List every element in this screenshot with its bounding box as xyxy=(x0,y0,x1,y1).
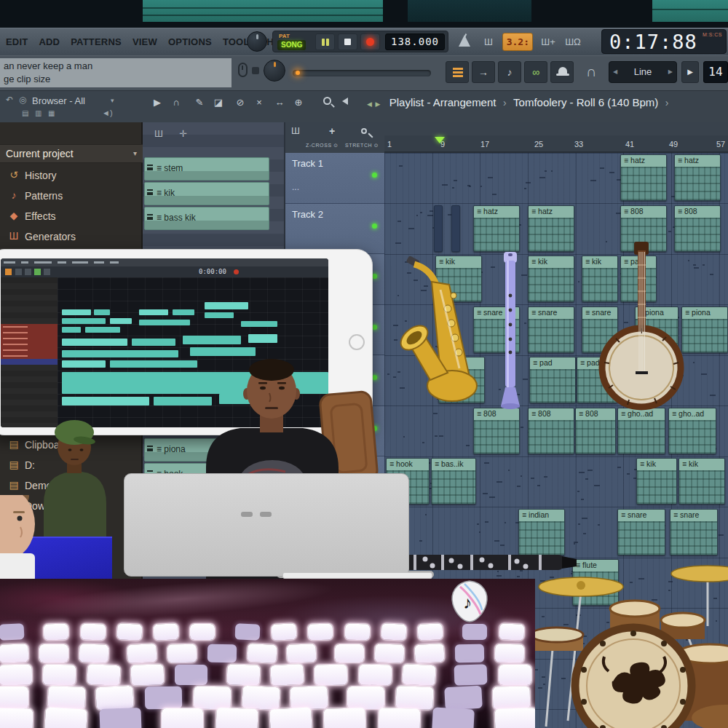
zoom-slider[interactable] xyxy=(293,70,431,76)
stop-button[interactable] xyxy=(338,33,357,50)
note-tool-button[interactable]: ♪ xyxy=(498,61,521,83)
playlist-next-icon[interactable]: ▶ xyxy=(375,100,380,108)
browser-list-icon[interactable]: ▦ xyxy=(48,109,55,117)
menu-options[interactable]: OPTIONS xyxy=(168,36,212,47)
browser-caret-icon[interactable]: ▾ xyxy=(111,97,114,104)
menu-edit[interactable]: EDIT xyxy=(6,36,28,47)
delete-tool-icon[interactable]: ⊘ xyxy=(232,93,249,112)
playlist-clip-bas-ik[interactable]: ≡ bas..ik xyxy=(431,458,476,505)
song-mode-button[interactable]: SONG xyxy=(277,40,306,50)
menu-add[interactable]: ADD xyxy=(39,36,60,47)
playlist-clip-kik[interactable]: ≡ kik xyxy=(528,256,574,302)
main-volume-knob[interactable] xyxy=(247,31,267,52)
browser-item-patterns[interactable]: ♪Patterns xyxy=(0,186,143,207)
launchpad-key xyxy=(207,644,237,663)
browser-section-current-project[interactable]: Current project ▾ xyxy=(0,144,143,163)
track-led[interactable] xyxy=(372,223,377,229)
stretch-label[interactable]: STRETCH ⊙ xyxy=(345,143,379,149)
zcross-label[interactable]: Z-CROSS ⊙ xyxy=(306,143,339,149)
pattern-source-bass-kik[interactable]: ≡ bass kik xyxy=(144,207,269,230)
draw-pencil-icon[interactable]: ✎ xyxy=(191,93,208,112)
magnifier-icon[interactable] xyxy=(323,97,331,105)
headphones-icon[interactable]: ∩ xyxy=(581,61,601,83)
track-led[interactable] xyxy=(372,173,377,178)
playlist-rack-icon[interactable]: Ш xyxy=(291,125,300,136)
bar-beat-display[interactable]: 3.2: xyxy=(502,33,533,51)
browser-item-effects[interactable]: ◆Effects xyxy=(0,207,143,227)
browser-copy-icon[interactable]: ▤ xyxy=(22,109,28,117)
playlist-clip-kik[interactable]: ≡ kik xyxy=(636,458,677,505)
tablet-time-display: 0:00:00 xyxy=(199,268,226,275)
browser-root-downl[interactable]: ▤Downl xyxy=(0,496,143,517)
playlist-clip-hatz[interactable]: ≡ hatz xyxy=(528,205,574,252)
playback-speaker-icon[interactable] xyxy=(342,98,348,105)
key-icon[interactable] xyxy=(361,128,367,134)
pattern-source-kik[interactable]: ≡ kik xyxy=(144,182,269,205)
playhead-marker[interactable] xyxy=(435,137,445,143)
tempo-display[interactable]: 138.000 xyxy=(385,33,445,50)
browser-item-history[interactable]: ↺History xyxy=(0,166,143,186)
pattern-stack-button[interactable] xyxy=(446,61,469,83)
mute-tool-icon[interactable]: × xyxy=(250,93,268,112)
launchpad-key xyxy=(495,644,524,663)
pat-mode-label[interactable]: PAT xyxy=(279,33,290,39)
browser-root-d-[interactable]: ▤D: xyxy=(0,456,143,476)
playlist-crosshair-icon[interactable]: + xyxy=(329,125,335,137)
mini-play-button[interactable]: ▶ xyxy=(681,61,699,83)
magic-hat-button[interactable] xyxy=(550,61,574,83)
record-button[interactable] xyxy=(360,33,380,50)
launchpad-key xyxy=(131,664,165,686)
pause-button[interactable] xyxy=(315,33,335,50)
metronome-icon[interactable] xyxy=(454,33,476,51)
playlist-play-icon[interactable]: ▶ xyxy=(149,93,166,112)
playlist-clip-mini[interactable] xyxy=(434,205,443,252)
playlist-clip-kik[interactable]: ≡ kik xyxy=(678,458,725,505)
clip-label: ≡ snare xyxy=(529,307,574,319)
browser-target-icon[interactable]: ◎ xyxy=(19,95,26,105)
link-button[interactable]: ∞ xyxy=(524,61,547,83)
pattern-source-stem[interactable]: ≡ stem xyxy=(144,157,269,181)
track-led[interactable] xyxy=(372,325,377,330)
countdown-icon[interactable]: Ш+ xyxy=(537,32,559,52)
arrangement-name[interactable]: Tomfoolery - Roll 6 (140 Bpm) xyxy=(513,96,658,108)
zoom-tool-icon[interactable]: ⊕ xyxy=(290,93,307,112)
shift-knob[interactable] xyxy=(264,60,285,82)
slip-tool-icon[interactable]: ↔ xyxy=(271,93,288,112)
browser-title[interactable]: Browser - All xyxy=(32,95,85,106)
wait-for-input-icon[interactable]: Ш xyxy=(478,32,499,52)
playlist-clip-mini[interactable] xyxy=(451,205,460,252)
paint-brush-icon[interactable]: ◪ xyxy=(210,93,227,112)
pattern-move-icon[interactable]: ✛ xyxy=(179,128,187,139)
tablet-menu-bar xyxy=(1,258,328,266)
track-led[interactable] xyxy=(372,375,377,380)
playlist-clip-hatz[interactable]: ≡ hatz xyxy=(674,154,721,201)
snap-next-arrow[interactable]: ▶ xyxy=(668,62,673,82)
menu-patterns[interactable]: PATTERNS xyxy=(71,36,122,47)
browser-item-generators[interactable]: ШGenerators xyxy=(0,227,143,248)
track-led[interactable] xyxy=(372,274,377,279)
snap-magnet-icon[interactable]: ∩ xyxy=(167,93,185,112)
track-row-1[interactable]: Track 1... xyxy=(285,153,384,204)
browser-root-demo-p[interactable]: ▤Demo p xyxy=(0,476,143,496)
snap-selector[interactable]: ◀ Line ▶ xyxy=(609,61,677,83)
browser-audio-preview-icon[interactable]: ◄) xyxy=(102,108,113,117)
menu-view[interactable]: VIEW xyxy=(132,36,157,47)
loop-record-icon[interactable]: ШΩ xyxy=(562,32,584,52)
playlist-breadcrumb[interactable]: Playlist - Arrangement xyxy=(389,96,496,108)
playlist-clip-pad[interactable]: ≡ pad xyxy=(529,357,576,403)
playlist-clip-hatz[interactable]: ≡ hatz xyxy=(620,154,667,201)
browser-root-clipboard[interactable]: ▤Clipboard xyxy=(0,435,143,456)
arrow-tool-button[interactable]: → xyxy=(472,61,495,83)
track-led[interactable] xyxy=(372,426,377,431)
playlist-clip-hatz[interactable]: ≡ hatz xyxy=(473,205,520,252)
playlist-prev-icon[interactable]: ◀ xyxy=(367,100,372,108)
browser-paste-icon[interactable]: ▥ xyxy=(35,109,41,117)
browser-back-icon[interactable]: ↶ xyxy=(6,95,13,105)
section-collapse-caret[interactable]: ▾ xyxy=(133,149,137,157)
pattern-rack-icon[interactable]: Ш xyxy=(154,128,163,139)
playlist-clip-808[interactable]: ≡ 808 xyxy=(528,408,574,454)
clip-preview xyxy=(529,420,574,454)
track-row-2[interactable]: Track 2 xyxy=(285,204,384,254)
pattern-source-piona[interactable]: ≡ piona xyxy=(144,438,253,462)
playlist-clip-snare[interactable]: ≡ snare xyxy=(528,306,574,353)
